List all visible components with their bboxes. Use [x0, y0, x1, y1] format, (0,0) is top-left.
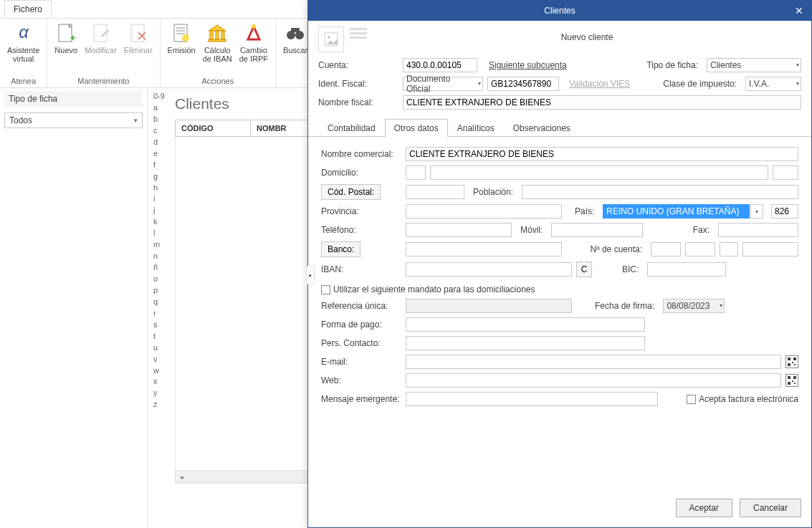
alpha-c[interactable]: c [152, 125, 159, 137]
cuenta-input[interactable] [403, 58, 477, 72]
alpha-w[interactable]: w [152, 365, 161, 377]
pers-contacto-label: Pers. Contacto: [321, 338, 401, 348]
alpha-h[interactable]: h [152, 183, 159, 194]
alpha-a[interactable]: a [152, 102, 159, 114]
alpha-n[interactable]: n [152, 251, 159, 262]
cod-postal-input[interactable] [406, 185, 464, 199]
pais-code-input[interactable] [771, 204, 798, 219]
alpha-ñ[interactable]: ñ [152, 262, 159, 274]
alpha-p[interactable]: p [152, 285, 159, 297]
svg-text:α: α [19, 22, 29, 42]
col-codigo[interactable]: CÓDIGO [176, 120, 251, 136]
list-view-icon[interactable] [350, 27, 367, 39]
cuenta-p2[interactable] [685, 242, 715, 256]
tipo-ficha-select[interactable]: Todos▾ [4, 112, 143, 128]
alpha-r[interactable]: r [152, 308, 158, 320]
alpha-l[interactable]: l [152, 228, 156, 239]
cuenta-p1[interactable] [651, 242, 681, 256]
mandato-checkbox[interactable]: Utilizar el siguiente mandato para las d… [321, 284, 535, 294]
banco-button[interactable]: Banco: [321, 241, 360, 257]
mensaje-input[interactable] [406, 392, 658, 406]
poblacion-input[interactable] [522, 185, 798, 199]
fax-input[interactable] [718, 223, 798, 237]
tipo-ficha-dropdown[interactable]: Clientes▾ [707, 58, 801, 72]
cuenta-p4[interactable] [742, 242, 798, 256]
alpha-j[interactable]: j [152, 205, 156, 216]
tab-contabilidad[interactable]: Contabilidad [318, 119, 385, 137]
alpha-o[interactable]: o [152, 274, 159, 285]
ribbon-eliminar[interactable]: Eliminar [121, 20, 156, 56]
ribbon-emision[interactable]: Emisión [165, 20, 199, 64]
alpha-m[interactable]: m [152, 239, 161, 251]
emission-icon [170, 21, 193, 44]
ribbon-cambio-irpf[interactable]: Cambio de IRPF [237, 20, 271, 64]
tab-analiticos[interactable]: Analíticos [448, 119, 504, 137]
cuenta-p3[interactable] [720, 242, 738, 256]
qr-icon[interactable] [785, 374, 798, 387]
validacion-vies-link[interactable]: Validación VIES [569, 79, 630, 89]
ribbon-nuevo[interactable]: + Nuevo [52, 20, 80, 56]
tab-fichero[interactable]: Fichero [4, 0, 52, 18]
iban-calc-button[interactable]: C [576, 261, 592, 277]
scroll-left-icon[interactable]: ◂ [176, 474, 187, 481]
clase-impuesto-dropdown[interactable]: I.V.A.▾ [745, 77, 801, 91]
alpha-z[interactable]: z [152, 399, 159, 411]
alpha-0-9[interactable]: 0-9 [152, 91, 166, 102]
domicilio-input[interactable] [430, 165, 768, 180]
acepta-factura-checkbox[interactable]: Acepta factura electrónica [687, 394, 798, 404]
chevron-down-icon: ▾ [796, 80, 799, 87]
nombre-fiscal-input[interactable] [403, 95, 801, 110]
alpha-i[interactable]: i [152, 193, 156, 205]
forma-pago-input[interactable] [406, 317, 645, 332]
close-button[interactable]: ✕ [787, 1, 811, 21]
email-input[interactable] [406, 355, 781, 369]
ident-fiscal-input[interactable] [487, 77, 559, 91]
qr-icon[interactable] [785, 355, 798, 368]
nombre-comercial-input[interactable] [406, 147, 798, 161]
tab-observaciones[interactable]: Observaciones [504, 119, 580, 137]
image-placeholder-icon[interactable] [318, 27, 344, 52]
alpha-g[interactable]: g [152, 171, 159, 183]
ident-tipo-dropdown[interactable]: Documento Oficial▾ [403, 77, 483, 91]
ribbon-buscar[interactable]: Buscar [280, 20, 310, 60]
movil-input[interactable] [551, 223, 643, 237]
web-input[interactable] [406, 373, 781, 388]
bic-input[interactable] [647, 262, 726, 277]
domicilio-tipo-input[interactable] [406, 165, 426, 180]
alpha-q[interactable]: q [152, 297, 159, 308]
siguiente-subcuenta-link[interactable]: Siguiente subcuenta [489, 60, 567, 70]
ribbon-calculo-iban[interactable]: Cálculo de IBAN [200, 20, 235, 64]
tab-otros-datos[interactable]: Otros datos [385, 119, 448, 137]
alpha-y[interactable]: y [152, 388, 159, 399]
aceptar-button[interactable]: Aceptar [676, 499, 732, 517]
alpha-x[interactable]: x [152, 376, 159, 388]
collapse-handle[interactable]: ▸ [307, 266, 315, 284]
provincia-input[interactable] [406, 204, 562, 219]
alpha-v[interactable]: v [152, 354, 159, 365]
alpha-e[interactable]: e [152, 148, 159, 160]
ribbon-asistente-virtual[interactable]: α Asistente virtual [4, 20, 42, 64]
domicilio-num-input[interactable] [773, 165, 798, 180]
alpha-s[interactable]: s [152, 320, 159, 331]
alpha-t[interactable]: t [152, 331, 157, 342]
alpha-b[interactable]: b [152, 114, 159, 125]
banco-input[interactable] [406, 242, 562, 256]
alpha-d[interactable]: d [152, 137, 159, 148]
ribbon-modificar[interactable]: Modificar [82, 20, 120, 56]
cod-postal-button[interactable]: Cód. Postal: [321, 184, 381, 200]
pais-dropdown[interactable]: REINO UNIDO (GRAN BRETAÑA) ▾ [603, 204, 750, 219]
poblacion-label: Población: [469, 187, 517, 197]
tab-body: Nombre comercial: Domicilio: Cód. Postal… [308, 137, 811, 493]
alpha-k[interactable]: k [152, 216, 159, 228]
svg-point-19 [252, 24, 256, 29]
iban-input[interactable] [406, 262, 572, 277]
svg-rect-15 [216, 31, 219, 39]
ribbon-group-mantenimiento: + Nuevo Modificar Eliminar Mantenimiento [47, 19, 160, 87]
cancelar-button[interactable]: Cancelar [740, 499, 801, 517]
pers-contacto-input[interactable] [406, 336, 645, 350]
chevron-down-icon[interactable]: ▾ [750, 204, 763, 219]
telefono-input[interactable] [406, 223, 512, 237]
fecha-firma-dropdown[interactable]: 08/08/2023▾ [663, 299, 725, 313]
alpha-f[interactable]: f [152, 160, 157, 171]
alpha-u[interactable]: u [152, 342, 159, 354]
